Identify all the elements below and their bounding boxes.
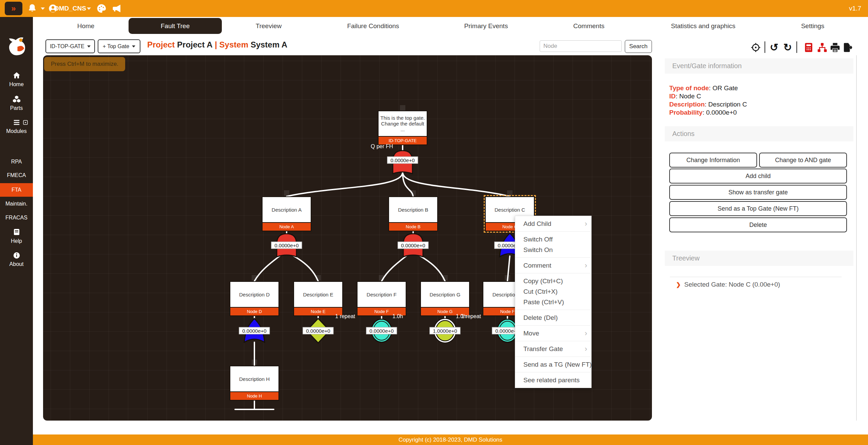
info-probability: Probability: 0.0000e+0 [669, 109, 846, 117]
context-menu-item-transfer-gate[interactable]: Transfer Gate › [515, 344, 591, 354]
caret-down-icon [132, 45, 135, 47]
context-menu-item-copy[interactable]: Copy (Ctrl+C) [515, 276, 591, 286]
add-child-button[interactable]: Add child [669, 169, 847, 183]
tree-node[interactable]: Description D Node D [230, 281, 279, 316]
context-menu-item-switch-off[interactable]: Switch Off [515, 234, 591, 245]
caret-down-icon [87, 45, 91, 47]
tab-comments[interactable]: Comments [573, 17, 604, 35]
info-description: Description: Description C [669, 100, 846, 109]
tab-failure-conditions[interactable]: Failure Conditions [347, 17, 399, 35]
calculator-icon[interactable] [803, 42, 814, 53]
bell-caret-down-icon[interactable] [41, 7, 45, 10]
module-window-icon [23, 120, 28, 125]
probability-label: 0.0000e+0 [387, 157, 418, 164]
sidebar-item-parts[interactable]: Parts [0, 95, 33, 111]
show-as-transfer-gate-button[interactable]: Show as transfer gate [669, 185, 847, 200]
megaphone-icon[interactable] [112, 3, 122, 14]
sidebar-item-fta[interactable]: FTA [0, 183, 33, 197]
tab-primary-events[interactable]: Primary Events [464, 17, 508, 35]
send-as-top-gate-button[interactable]: Send as a Top Gate (New FT) [669, 201, 847, 216]
tree-node[interactable]: Description G Node G [420, 281, 470, 316]
username[interactable]: DMD_CNS [54, 5, 86, 12]
tab-treeview[interactable]: Treeview [256, 17, 282, 35]
app-version: v1.7 [849, 5, 861, 12]
redo-icon[interactable]: ↻ [782, 42, 793, 53]
node-description: Description B [388, 196, 438, 223]
tab-fault-tree[interactable]: Fault Tree [129, 18, 222, 34]
tree-node[interactable]: Description F Node F [357, 281, 406, 316]
hamburger-menu-icon [12, 119, 21, 126]
search-button-label: Search [629, 43, 648, 50]
sidebar-item-fmeca[interactable]: FMECA [0, 172, 33, 178]
sidebar-item-home[interactable]: Home [0, 71, 33, 88]
context-menu-item-cut[interactable]: Cut (Ctrl+X) [515, 286, 591, 297]
treeview-header: Treeview [665, 251, 853, 266]
context-menu-item-switch-on[interactable]: Switch On [515, 245, 591, 255]
search-button[interactable]: Search [625, 40, 652, 53]
sidebar-item-label: FTA [12, 187, 21, 193]
tree-node[interactable]: Description B Node B [388, 196, 438, 231]
info-id: ID: Node C [669, 92, 846, 100]
change-to-and-gate-button[interactable]: Change to AND gate [759, 153, 847, 168]
undo-icon[interactable]: ↺ [769, 42, 779, 53]
context-menu-item-delete[interactable]: Delete (Del) [515, 312, 591, 323]
info-label: Type of node [669, 84, 709, 92]
sidebar-item-fracas[interactable]: FRACAS [0, 215, 33, 221]
treeview-selected-gate[interactable]: ❯Selected Gate: Node C (0.00e+0) [676, 281, 780, 288]
toolbar-divider [796, 41, 797, 53]
sidebar-item-rpa[interactable]: RPA [0, 159, 33, 165]
center-target-icon[interactable] [750, 42, 761, 53]
panel-scrollbar[interactable] [856, 55, 857, 421]
info-value: 0.0000e+0 [706, 109, 737, 116]
sidebar-item-maintain[interactable]: Maintain. [0, 201, 33, 207]
delete-button[interactable]: Delete [669, 217, 847, 232]
context-menu-group: Copy (Ctrl+C) Cut (Ctrl+X) Paste (Ctrl+V… [515, 273, 591, 310]
sidebar-item-modules[interactable]: Modules [0, 119, 33, 134]
context-menu-item-add-child[interactable]: Add Child › [515, 218, 591, 229]
top-bar: » DMD_CNS v1.7 [0, 0, 868, 17]
context-menu-item-send-as-tg[interactable]: Send as a TG (New FT) [515, 359, 591, 370]
page-title: Project Project A | System System A [147, 40, 287, 50]
treeview-item-label: Selected Gate: Node C (0.00e+0) [684, 281, 780, 288]
sidebar-item-label: RPA [11, 159, 22, 165]
tree-node-top-gate[interactable]: This is the top gate. Change the default… [378, 111, 427, 145]
node-search-input[interactable] [540, 40, 622, 52]
project-value: Project A [177, 40, 212, 49]
user-caret-down-icon[interactable] [87, 7, 91, 10]
print-icon[interactable] [830, 42, 841, 53]
tab-settings[interactable]: Settings [801, 17, 825, 35]
export-file-icon[interactable] [842, 42, 853, 53]
tree-node[interactable]: Description A Node A [262, 196, 311, 231]
change-information-button[interactable]: Change Information [669, 153, 757, 168]
event-gate-information-header: Event/Gate information [665, 58, 853, 74]
context-menu-item-paste[interactable]: Paste (Ctrl+V) [515, 297, 591, 307]
tab-statistics-and-graphics[interactable]: Statistics and graphics [671, 17, 735, 35]
tree-node[interactable]: Description H Node H [230, 366, 279, 401]
connector-stub [379, 275, 384, 280]
info-label: Probability [669, 109, 702, 116]
bell-icon[interactable] [27, 3, 37, 14]
sidebar-item-label: Parts [0, 105, 33, 111]
context-menu-item-comment[interactable]: Comment › [515, 260, 591, 271]
sidebar-item-label: FRACAS [5, 215, 27, 220]
tab-bar: Home Fault Tree Treeview Failure Conditi… [33, 17, 868, 35]
sidebar-item-label: Help [0, 238, 33, 244]
tab-home[interactable]: Home [77, 17, 95, 35]
repeat-label: 1 repeat [461, 313, 481, 320]
palette-icon[interactable] [96, 3, 107, 14]
connector-stub [315, 275, 321, 280]
add-top-gate-label: + Top Gate [103, 43, 129, 50]
repeat-label: 1 repeat [335, 313, 355, 320]
sidebar-item-help[interactable]: Help [0, 228, 33, 244]
info-label: ID [669, 93, 676, 100]
node-id-bar: Node D [230, 308, 279, 316]
context-menu-item-move[interactable]: Move › [515, 328, 591, 338]
sidebar-item-about[interactable]: About [0, 252, 33, 267]
sidebar-expand-button[interactable]: » [5, 2, 22, 15]
add-top-gate-dropdown[interactable]: + Top Gate [98, 39, 140, 53]
tree-node[interactable]: Description E Node E [293, 281, 343, 316]
sidebar-item-label: About [0, 261, 33, 267]
gate-selector-dropdown[interactable]: ID-TOP-GATE [45, 39, 95, 53]
cutset-diagram-icon[interactable] [817, 42, 828, 53]
context-menu-item-see-related-parents[interactable]: See related parents [515, 375, 591, 385]
